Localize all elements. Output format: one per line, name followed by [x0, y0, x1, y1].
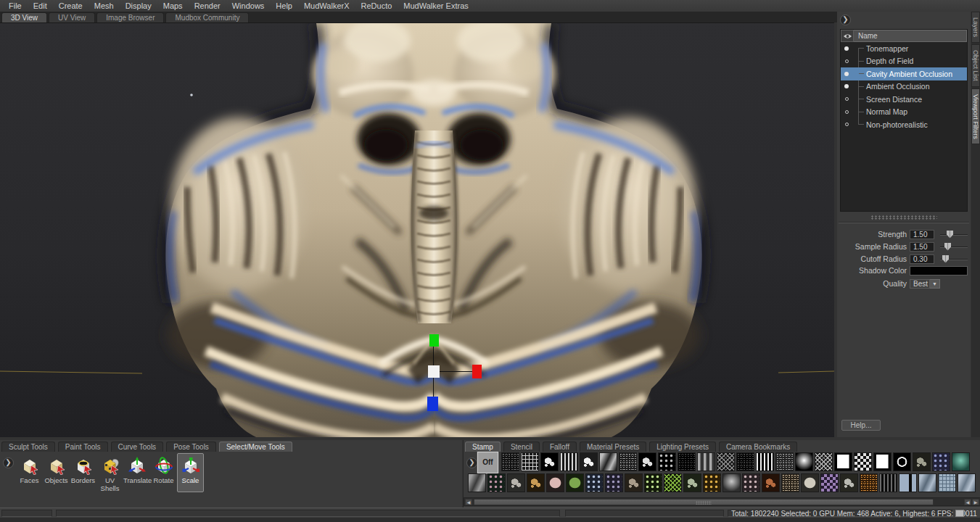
slider-track[interactable] — [940, 246, 968, 248]
stamp-thumbnail[interactable] — [717, 452, 735, 471]
stamp-thumbnail[interactable] — [879, 473, 897, 492]
3d-viewport[interactable] — [0, 22, 834, 437]
stamp-thumbnail[interactable] — [664, 473, 682, 492]
tray-tab[interactable]: Select/Move Tools — [219, 442, 292, 452]
tray-tab[interactable]: Falloff — [543, 442, 577, 452]
view-tab[interactable]: UV View — [49, 12, 95, 22]
stamp-thumbnail[interactable] — [678, 452, 696, 471]
stamp-thumbnail[interactable] — [527, 473, 545, 492]
stamp-thumbnail[interactable] — [932, 452, 950, 471]
view-tab[interactable]: 3D View — [1, 12, 47, 22]
menu-item[interactable]: Edit — [28, 0, 53, 12]
tool-objects[interactable]: Objects — [43, 453, 70, 492]
stamp-thumbnail[interactable] — [938, 473, 956, 492]
filter-row[interactable]: Normal Map — [841, 106, 967, 119]
tray-tab[interactable]: Paint Tools — [58, 442, 108, 452]
scrollbar-thumb[interactable] — [474, 499, 934, 505]
stamp-thumbnail[interactable] — [854, 452, 872, 471]
filter-row[interactable]: Non-photorealistic — [841, 118, 967, 131]
visibility-toggle[interactable] — [841, 72, 852, 76]
stamp-scrollbar[interactable]: ◀ ◀ ▶ — [464, 497, 980, 506]
slider-handle[interactable] — [942, 255, 949, 263]
stamp-thumbnail[interactable] — [742, 473, 760, 492]
menu-item[interactable]: MudWalkerX — [298, 0, 355, 12]
stamp-thumbnail[interactable] — [918, 473, 936, 492]
scroll-left-button[interactable]: ◀ — [465, 499, 472, 505]
menu-item[interactable]: Maps — [157, 0, 189, 12]
value-input[interactable]: 1.50 — [910, 242, 934, 252]
stamp-thumbnail[interactable] — [840, 473, 858, 492]
scroll-left-button-2[interactable]: ◀ — [964, 499, 971, 505]
panel-collapse-button[interactable]: ❯ — [840, 14, 851, 25]
stamp-thumbnail[interactable] — [605, 473, 623, 492]
stamp-thumbnail[interactable] — [893, 452, 911, 471]
visibility-toggle[interactable] — [841, 123, 852, 126]
stamp-thumbnail[interactable] — [697, 452, 715, 471]
stamp-thumbnail[interactable] — [546, 473, 564, 492]
value-input[interactable]: 1.50 — [910, 230, 934, 239]
help-button[interactable]: Help... — [841, 420, 881, 431]
stamp-thumbnail[interactable] — [815, 452, 833, 471]
stamp-thumbnail[interactable] — [722, 473, 741, 492]
menu-item[interactable]: File — [3, 0, 28, 12]
stamp-thumbnail[interactable] — [775, 452, 794, 471]
menu-item[interactable]: Create — [53, 0, 88, 12]
slider-handle[interactable] — [944, 243, 951, 251]
stamp-thumbnail[interactable] — [781, 473, 799, 492]
filter-row[interactable]: Depth of Field — [841, 55, 967, 68]
stamp-thumbnail[interactable] — [820, 473, 839, 492]
filter-row[interactable]: Screen Distance — [841, 93, 967, 106]
stamp-thumbnail[interactable] — [487, 473, 506, 492]
tray-expand-button[interactable]: ❯ — [3, 457, 14, 468]
menu-item[interactable]: ReDucto — [355, 0, 398, 12]
slider[interactable] — [940, 243, 968, 251]
chevron-down-icon[interactable]: ▼ — [930, 279, 940, 289]
stamp-thumbnail[interactable] — [834, 452, 852, 471]
stamp-thumbnail[interactable] — [580, 452, 598, 471]
stamp-thumbnail[interactable] — [507, 473, 525, 492]
tool-borders[interactable]: Borders — [70, 453, 96, 492]
tool-faces[interactable]: Faces — [16, 453, 43, 492]
slider[interactable] — [940, 255, 968, 263]
stamp-thumbnail[interactable] — [599, 452, 617, 471]
view-tab[interactable]: Mudbox Community — [165, 12, 249, 22]
stamp-thumbnail[interactable] — [736, 452, 754, 471]
menu-item[interactable]: Windows — [226, 0, 271, 12]
stamp-thumbnail[interactable] — [566, 473, 584, 492]
tray-tab[interactable]: Material Presets — [580, 442, 646, 452]
tray-tab[interactable]: Stamp — [465, 442, 501, 452]
visibility-toggle[interactable] — [841, 84, 852, 88]
splitter-handle[interactable] — [870, 215, 937, 220]
visibility-toggle[interactable] — [841, 59, 852, 63]
stamp-thumbnail[interactable] — [952, 452, 970, 471]
stamp-thumbnail[interactable] — [958, 473, 976, 492]
visibility-toggle[interactable] — [841, 97, 852, 101]
tool-uv-shells[interactable]: UV Shells — [96, 453, 123, 492]
tray-tab[interactable]: Camera Bookmarks — [719, 442, 797, 452]
value-input[interactable]: 0.30 — [910, 254, 934, 264]
stamp-thumbnail[interactable] — [644, 473, 662, 492]
stamp-thumbnail[interactable] — [560, 452, 578, 471]
menu-item[interactable]: Render — [189, 0, 226, 12]
visibility-toggle[interactable] — [841, 110, 852, 114]
filter-row[interactable]: Ambient Occlusion — [841, 80, 967, 94]
visibility-toggle[interactable] — [841, 46, 852, 51]
stamp-thumbnail[interactable] — [762, 473, 780, 492]
stamp-thumbnail[interactable] — [801, 473, 819, 492]
tray-tab[interactable]: Lighting Presets — [649, 442, 716, 452]
stamp-thumbnail[interactable] — [468, 473, 486, 492]
gizmo-x-handle[interactable] — [472, 365, 482, 378]
filter-row[interactable]: Tonemapper — [841, 42, 967, 55]
stamp-thumbnail[interactable] — [873, 452, 892, 471]
tray-expand-button[interactable]: ❯ — [466, 457, 477, 468]
stamp-thumbnail[interactable] — [638, 452, 656, 471]
scroll-right-button[interactable]: ▶ — [972, 499, 979, 505]
stamp-thumbnail[interactable] — [619, 452, 637, 471]
stamp-thumbnail[interactable] — [501, 452, 519, 471]
gizmo-y-handle[interactable] — [429, 334, 439, 347]
slider-handle[interactable] — [947, 231, 953, 239]
tool-scale[interactable]: Scale — [177, 453, 204, 492]
menu-item[interactable]: MudWalker Extras — [398, 0, 474, 12]
slider[interactable] — [940, 231, 968, 239]
stamp-thumbnail[interactable] — [703, 473, 721, 492]
